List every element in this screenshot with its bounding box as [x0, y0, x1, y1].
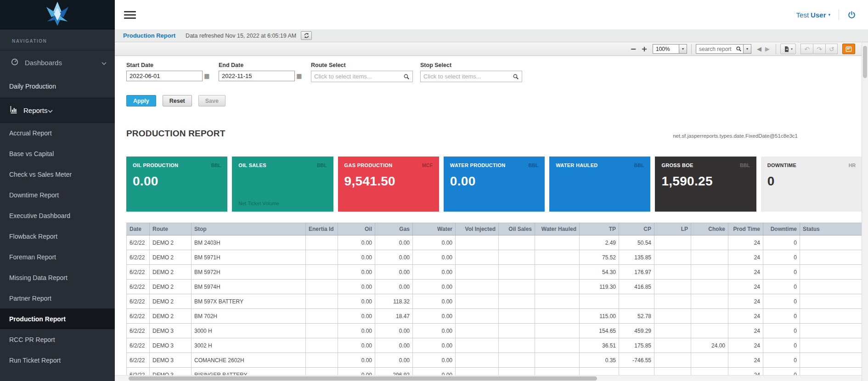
stop-select-input[interactable]: [421, 73, 510, 80]
start-date-label: Start Date: [126, 62, 211, 68]
reset-button[interactable]: Reset: [163, 95, 192, 106]
cell-gas: 0.00: [375, 338, 413, 353]
zoom-level-value[interactable]: 100%: [653, 44, 679, 54]
start-date-field[interactable]: [126, 71, 203, 81]
column-header-date: Date: [127, 223, 150, 235]
cell-route: DEMO 3: [150, 338, 192, 353]
power-icon[interactable]: [847, 11, 856, 19]
cell-water: 0.00: [413, 250, 456, 265]
save-button[interactable]: Save: [198, 95, 225, 106]
kpi-card-title: WATER HAULED: [556, 162, 597, 168]
undo-icon[interactable]: ↶: [800, 44, 813, 54]
sidebar-item-dashboards[interactable]: Dashboards: [0, 50, 115, 75]
cell-stop: BM 5972H: [192, 265, 306, 280]
filter-actions: Apply Reset Save: [126, 95, 868, 106]
breadcrumb-title[interactable]: Production Report: [123, 32, 175, 39]
cell-stop: COMANCHE 2602H: [192, 353, 306, 368]
table-row: 6/2/22DEMO 2BM 597X BATTERY0.00118.320.0…: [127, 294, 862, 309]
sidebar-item-flowback-report[interactable]: Flowback Report: [0, 226, 115, 247]
cell-choke: [691, 280, 728, 294]
redo-icon[interactable]: ↷: [813, 44, 825, 54]
undo-all-icon[interactable]: ↺: [825, 44, 838, 54]
sidebar-item-missing-data-report[interactable]: Missing Data Report: [0, 267, 115, 288]
calendar-icon[interactable]: ▦: [203, 71, 211, 81]
sidebar-item-production-report[interactable]: Production Report: [0, 308, 115, 329]
toolbar-divider: [691, 44, 692, 54]
cell-lp: [654, 309, 691, 324]
table-row: 6/2/22DEMO 3COMANCHE 2602H0.000.000.000.…: [127, 353, 862, 368]
hamburger-menu-icon[interactable]: [124, 9, 136, 21]
sidebar-item-downtime-report[interactable]: Downtime Report: [0, 185, 115, 205]
export-button[interactable]: ▾: [780, 44, 796, 54]
cell-prod-time: 24: [728, 324, 763, 338]
cell-date: 6/2/22: [127, 294, 150, 309]
cell-enertia-id: [306, 280, 338, 294]
cell-tp: 75.52: [580, 250, 619, 265]
route-select-input[interactable]: [311, 73, 400, 80]
cell-water: 0.00: [413, 309, 456, 324]
cell-enertia-id: [306, 309, 338, 324]
column-header-downtime: Downtime: [763, 223, 800, 235]
cell-oil: 0.00: [338, 338, 375, 353]
report-toolbar: − + 100% ▾ ▾ ◀ ▶ ▾: [115, 42, 868, 56]
kpi-card-unit: HR: [849, 162, 856, 168]
cell-lp: [654, 353, 691, 368]
kpi-card-unit: BBL: [211, 162, 221, 168]
cell-status: [800, 294, 862, 309]
kpi-card-note: Net Ticket Volume: [238, 201, 279, 206]
search-icon[interactable]: [734, 45, 743, 53]
next-page-button[interactable]: ▶: [765, 45, 770, 52]
column-header-prod-time: Prod Time: [728, 223, 763, 235]
table-body: 6/2/22DEMO 2BM 2403H0.000.000.002.4950.5…: [127, 235, 862, 381]
cell-enertia-id: [306, 235, 338, 250]
sidebar-item-partner-report[interactable]: Partner Report: [0, 288, 115, 308]
user-menu[interactable]: Test User ▾: [796, 11, 830, 19]
cell-water: 0.00: [413, 280, 456, 294]
cell-vol-injected: [456, 265, 499, 280]
sidebar-item-reports[interactable]: Reports: [0, 98, 115, 123]
calendar-icon[interactable]: ▦: [295, 71, 304, 81]
cell-oil-sales: [499, 324, 535, 338]
sidebar-item-check-vs-sales-meter[interactable]: Check vs Sales Meter: [0, 164, 115, 185]
cell-oil-sales: [499, 294, 535, 309]
sidebar-item-accrual-report[interactable]: Accrual Report: [0, 123, 115, 143]
sidebar-item-rcc-pr-report[interactable]: RCC PR Report: [0, 329, 115, 350]
sidebar-item-run-ticket-report[interactable]: Run Ticket Report: [0, 350, 115, 370]
toggle-input-controls-button[interactable]: [842, 44, 855, 54]
cell-route: DEMO 2: [150, 250, 192, 265]
kpi-card-value: 1,590.25: [661, 174, 750, 189]
zoom-in-button[interactable]: +: [639, 44, 650, 54]
cell-status: [800, 324, 862, 338]
sidebar-item-daily-production[interactable]: Daily Production: [0, 75, 115, 98]
cell-downtime: 0: [763, 338, 800, 353]
cell-downtime: 0: [763, 235, 800, 250]
cell-tp: 119.30: [580, 280, 619, 294]
sidebar-item-foreman-report[interactable]: Foreman Report: [0, 247, 115, 267]
sidebar-item-executive-dashboard[interactable]: Executive Dashboard: [0, 205, 115, 226]
cell-route: DEMO 3: [150, 353, 192, 368]
end-date-field[interactable]: [219, 71, 295, 81]
kpi-card-title: GROSS BOE: [661, 162, 693, 168]
search-options-dropdown-button[interactable]: ▾: [744, 44, 751, 54]
column-header-stop: Stop: [192, 223, 306, 235]
cell-oil: 0.00: [338, 265, 375, 280]
zoom-out-button[interactable]: −: [628, 44, 639, 54]
cell-status: [800, 309, 862, 324]
previous-page-button[interactable]: ◀: [757, 45, 761, 52]
cell-route: DEMO 2: [150, 235, 192, 250]
horizontal-scrollbar-thumb[interactable]: [129, 376, 597, 381]
zoom-dropdown-button[interactable]: ▾: [679, 44, 687, 54]
vertical-scrollbar-thumb[interactable]: [863, 46, 867, 78]
search-icon[interactable]: [400, 73, 412, 80]
horizontal-scrollbar: [115, 375, 862, 381]
search-report-input[interactable]: [696, 46, 734, 52]
column-header-enertia-id: Enertia Id: [306, 223, 338, 235]
search-icon[interactable]: [510, 73, 522, 80]
sidebar: NAVIGATION Dashboards Daily Production R…: [0, 0, 115, 381]
top-header: Test User ▾: [115, 0, 868, 29]
apply-button[interactable]: Apply: [126, 95, 156, 106]
cell-cp: -746.55: [619, 353, 654, 368]
sidebar-item-base-vs-capital[interactable]: Base vs Capital: [0, 143, 115, 164]
refresh-button[interactable]: [301, 31, 312, 40]
column-header-tp: TP: [580, 223, 619, 235]
